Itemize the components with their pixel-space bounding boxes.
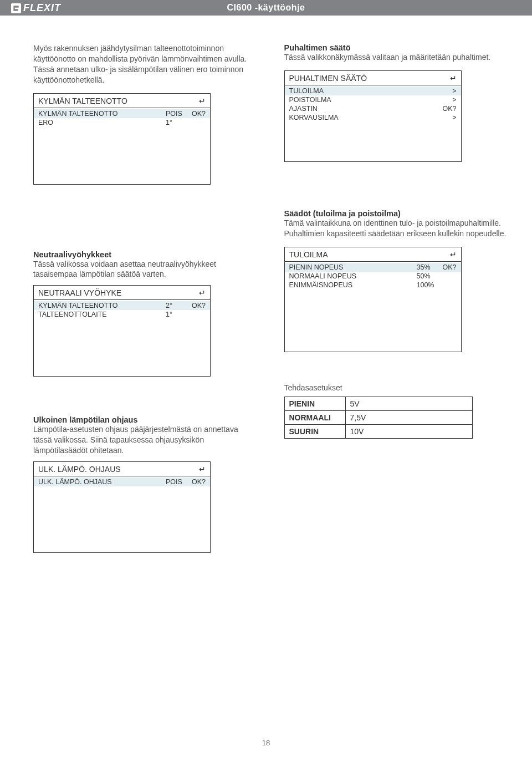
brand-icon bbox=[11, 3, 21, 13]
adjustments-heading: Säädöt (tuloilma ja poistoilma) bbox=[284, 209, 508, 218]
fan-setting-para: Tässä valikkonäkymässä valitaan ja määri… bbox=[284, 52, 508, 63]
row-ok: > bbox=[440, 96, 457, 104]
return-icon: ↵ bbox=[450, 74, 457, 83]
factory-value: 10V bbox=[345, 424, 472, 438]
adjustments-para: Tämä valintaikkuna on identtinen tulo- j… bbox=[284, 218, 508, 239]
row-label: PIENIN NOPEUS bbox=[289, 263, 417, 271]
row-label: AJASTIN bbox=[289, 105, 417, 113]
table-row: PIENIN 5V bbox=[284, 397, 472, 410]
panel-title: PUHALTIMEN SÄÄTÖ bbox=[289, 74, 367, 83]
fan-setting-heading: Puhaltimen säätö bbox=[284, 43, 508, 52]
factory-label: PIENIN bbox=[284, 397, 345, 410]
panel-row: ERO 1° bbox=[34, 118, 210, 127]
factory-label: SUURIN bbox=[284, 424, 345, 438]
row-label: KORVAUSILMA bbox=[289, 114, 417, 121]
panel-cold-recovery: KYLMÄN TALTEENOTTO ↵ KYLMÄN TALTEENOTTO … bbox=[33, 93, 211, 185]
panel-body: TULOILMA > POISTOILMA > AJASTIN OK? KORV… bbox=[285, 85, 461, 161]
document-header: FLEXIT CI600 -käyttöohje bbox=[0, 0, 532, 16]
return-icon: ↵ bbox=[199, 288, 206, 297]
row-ok: > bbox=[440, 114, 457, 121]
row-label: KYLMÄN TALTEENOTTO bbox=[38, 302, 166, 309]
panel-row: TULOILMA > bbox=[285, 87, 461, 95]
row-value: 1° bbox=[166, 119, 189, 126]
row-value: 50% bbox=[417, 272, 440, 280]
row-label: KYLMÄN TALTEENOTTO bbox=[38, 110, 166, 118]
panel-row: KORVAUSILMA > bbox=[285, 113, 461, 122]
panel-title: ULK. LÄMPÖ. OHJAUS bbox=[38, 465, 121, 474]
panel-row: TALTEENOTTOLAITE 1° bbox=[34, 310, 210, 319]
return-icon: ↵ bbox=[199, 465, 206, 474]
panel-header: PUHALTIMEN SÄÄTÖ ↵ bbox=[285, 71, 461, 85]
panel-row: KYLMÄN TALTEENOTTO 2° OK? bbox=[34, 301, 210, 310]
row-value: POIS bbox=[166, 478, 189, 486]
return-icon: ↵ bbox=[450, 250, 457, 259]
row-value: 100% bbox=[417, 281, 440, 289]
brand-logo: FLEXIT bbox=[11, 2, 61, 14]
panel-body: PIENIN NOPEUS 35% OK? NORMAALI NOPEUS 50… bbox=[285, 262, 461, 352]
ext-para: Lämpötila-asetusten ohjaus pääjärjestelm… bbox=[33, 424, 257, 456]
panel-body: KYLMÄN TALTEENOTTO 2° OK? TALTEENOTTOLAI… bbox=[34, 300, 210, 376]
panel-body: KYLMÄN TALTEENOTTO POIS OK? ERO 1° bbox=[34, 108, 210, 184]
panel-supply-air: TULOILMA ↵ PIENIN NOPEUS 35% OK? NORMAAL… bbox=[284, 247, 462, 352]
panel-body: ULK. LÄMPÖ. OHJAUS POIS OK? bbox=[34, 476, 210, 552]
factory-settings-heading: Tehdasasetukset bbox=[284, 383, 508, 393]
row-label: TULOILMA bbox=[289, 87, 417, 95]
panel-header: TULOILMA ↵ bbox=[285, 247, 461, 262]
row-label: ERO bbox=[38, 119, 166, 126]
panel-row: ENIMMÄISNOPEUS 100% bbox=[285, 281, 461, 289]
panel-row: AJASTIN OK? bbox=[285, 104, 461, 113]
row-value: 2° bbox=[166, 302, 189, 309]
row-ok: OK? bbox=[189, 478, 206, 486]
neutral-heading: Neutraalivyöhykkeet bbox=[33, 250, 257, 259]
row-ok: OK? bbox=[189, 302, 206, 309]
row-label: ENIMMÄISNOPEUS bbox=[289, 281, 417, 289]
row-ok: OK? bbox=[189, 110, 206, 118]
panel-header: NEUTRAALI VYÖHYKE ↵ bbox=[34, 286, 210, 300]
page-content: Myös rakennuksen jäähdytysilman talteeno… bbox=[0, 16, 532, 553]
row-value: 35% bbox=[417, 263, 440, 271]
row-label: POISTOILMA bbox=[289, 96, 417, 104]
panel-row: ULK. LÄMPÖ. OHJAUS POIS OK? bbox=[34, 477, 210, 486]
page-number: 18 bbox=[0, 739, 532, 747]
panel-row: NORMAALI NOPEUS 50% bbox=[285, 272, 461, 281]
panel-row: POISTOILMA > bbox=[285, 95, 461, 104]
factory-value: 5V bbox=[345, 397, 472, 410]
return-icon: ↵ bbox=[199, 96, 206, 105]
table-row: SUURIN 10V bbox=[284, 424, 472, 438]
row-label: ULK. LÄMPÖ. OHJAUS bbox=[38, 478, 166, 486]
factory-label: NORMAALI bbox=[284, 410, 345, 424]
factory-value: 7,5V bbox=[345, 410, 472, 424]
panel-neutral-zone: NEUTRAALI VYÖHYKE ↵ KYLMÄN TALTEENOTTO 2… bbox=[33, 285, 211, 377]
factory-settings-table: PIENIN 5V NORMAALI 7,5V SUURIN 10V bbox=[284, 397, 473, 439]
document-title: CI600 -käyttöohje bbox=[227, 3, 305, 13]
row-label: TALTEENOTTOLAITE bbox=[38, 311, 166, 318]
row-ok: OK? bbox=[440, 263, 457, 271]
brand-text: FLEXIT bbox=[23, 2, 61, 14]
panel-header: ULK. LÄMPÖ. OHJAUS ↵ bbox=[34, 462, 210, 476]
panel-title: TULOILMA bbox=[289, 250, 328, 259]
row-ok: OK? bbox=[440, 105, 457, 113]
panel-row: KYLMÄN TALTEENOTTO POIS OK? bbox=[34, 109, 210, 118]
intro-paragraph: Myös rakennuksen jäähdytysilman talteeno… bbox=[33, 43, 257, 85]
ext-heading: Ulkoinen lämpötilan ohjaus bbox=[33, 415, 257, 424]
panel-title: NEUTRAALI VYÖHYKE bbox=[38, 288, 121, 297]
panel-external-temp: ULK. LÄMPÖ. OHJAUS ↵ ULK. LÄMPÖ. OHJAUS … bbox=[33, 461, 211, 553]
table-row: NORMAALI 7,5V bbox=[284, 410, 472, 424]
left-column: Myös rakennuksen jäähdytysilman talteeno… bbox=[33, 43, 257, 553]
right-column: Puhaltimen säätö Tässä valikkonäkymässä … bbox=[284, 43, 508, 553]
panel-title: KYLMÄN TALTEENOTTO bbox=[38, 96, 127, 105]
row-value: 1° bbox=[166, 311, 189, 318]
panel-fan-setting: PUHALTIMEN SÄÄTÖ ↵ TULOILMA > POISTOILMA… bbox=[284, 70, 462, 162]
panel-header: KYLMÄN TALTEENOTTO ↵ bbox=[34, 94, 210, 108]
row-value: POIS bbox=[166, 110, 189, 118]
neutral-para: Tässä valikossa voidaan asettaa neutraal… bbox=[33, 259, 257, 280]
panel-row: PIENIN NOPEUS 35% OK? bbox=[285, 263, 461, 272]
row-ok: > bbox=[440, 87, 457, 95]
row-label: NORMAALI NOPEUS bbox=[289, 272, 417, 280]
